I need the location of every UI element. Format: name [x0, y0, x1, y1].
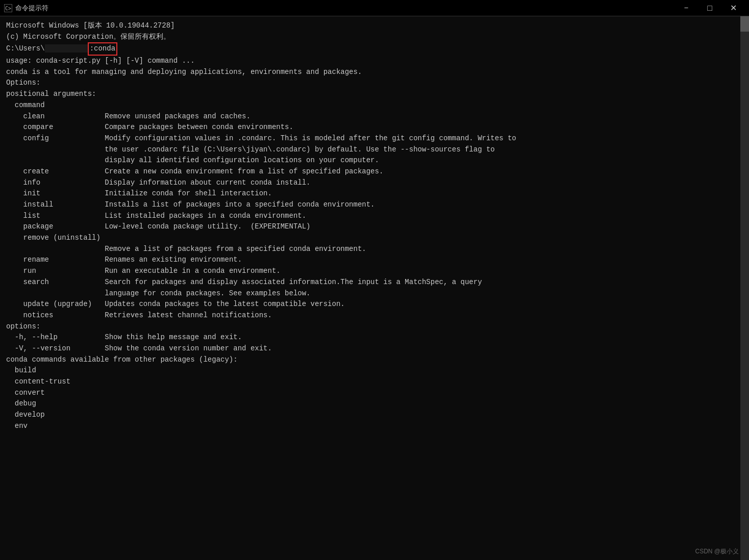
- cmd-window: C> 命令提示符 － □ ✕ Microsoft Windows [版本 10.…: [0, 0, 749, 560]
- terminal-line: language for conda packages. See example…: [6, 288, 743, 299]
- terminal-line: create Create a new conda environment fr…: [6, 166, 743, 177]
- terminal-line: conda commands available from other pack…: [6, 354, 743, 366]
- app-icon: C>: [4, 4, 12, 12]
- terminal-line: info Display information about current c…: [6, 177, 743, 189]
- watermark: CSDN @极小义: [695, 547, 739, 556]
- minimize-button[interactable]: －: [675, 0, 698, 16]
- terminal-line: init Initialize conda for shell interact…: [6, 188, 743, 199]
- svg-text:C>: C>: [5, 6, 11, 11]
- terminal-line: clean Remove unused packages and caches.: [6, 111, 743, 122]
- close-button[interactable]: ✕: [721, 0, 745, 16]
- terminal-line: convert: [6, 388, 743, 399]
- window-title: 命令提示符: [15, 4, 675, 13]
- terminal-line: compare Compare packages between conda e…: [6, 122, 743, 133]
- terminal-line: search Search for packages and display a…: [6, 277, 743, 288]
- terminal-line: update (upgrade) Updates conda packages …: [6, 299, 743, 310]
- scrollbar-thumb[interactable]: [740, 16, 749, 32]
- scrollbar[interactable]: [740, 16, 749, 560]
- terminal-line: notices Retrieves latest channel notific…: [6, 310, 743, 321]
- terminal-line: rename Renames an existing environment.: [6, 254, 743, 266]
- conda-command-highlight: :conda: [88, 42, 117, 56]
- terminal-line: Microsoft Windows [版本 10.0.19044.2728]: [6, 20, 743, 32]
- terminal-line: run Run an executable in a conda environ…: [6, 266, 743, 277]
- terminal-line: positional arguments:: [6, 89, 743, 100]
- terminal-line: Remove a list of packages from a specifi…: [6, 244, 743, 255]
- terminal-line: package Low-level conda package utility.…: [6, 221, 743, 233]
- terminal-line: display all identified configuration loc…: [6, 155, 743, 166]
- maximize-button[interactable]: □: [698, 0, 721, 16]
- terminal-line: debug: [6, 398, 743, 410]
- terminal-line: Options:: [6, 78, 743, 89]
- terminal-line: develop: [6, 410, 743, 421]
- username-redacted: [45, 44, 88, 53]
- terminal-line: -h, --help Show this help message and ex…: [6, 332, 743, 343]
- terminal-line: (c) Microsoft Corporation。保留所有权利。: [6, 32, 743, 43]
- terminal-line: config Modify configuration values in .c…: [6, 133, 743, 144]
- terminal-line: env: [6, 421, 743, 432]
- terminal-line: -V, --version Show the conda version num…: [6, 343, 743, 354]
- terminal-line: C:\Users\ :conda: [6, 42, 743, 56]
- terminal-line: usage: conda-script.py [-h] [-V] command…: [6, 56, 743, 67]
- terminal-line: install Installs a list of packages into…: [6, 199, 743, 211]
- terminal-line: build: [6, 365, 743, 376]
- terminal-line: the user .condarc file (C:\Users\jiyan\.…: [6, 144, 743, 156]
- title-bar: C> 命令提示符 － □ ✕: [0, 0, 749, 16]
- prompt-prefix: C:\Users\: [6, 44, 45, 53]
- terminal-line: list List installed packages in a conda …: [6, 211, 743, 222]
- terminal-line: conda is a tool for managing and deployi…: [6, 67, 743, 78]
- terminal-content: Microsoft Windows [版本 10.0.19044.2728](c…: [0, 16, 749, 560]
- terminal-line: remove (uninstall): [6, 233, 743, 244]
- terminal-line: command: [6, 100, 743, 111]
- terminal-line: content-trust: [6, 376, 743, 388]
- window-controls: － □ ✕: [675, 0, 745, 16]
- terminal-line: options:: [6, 321, 743, 333]
